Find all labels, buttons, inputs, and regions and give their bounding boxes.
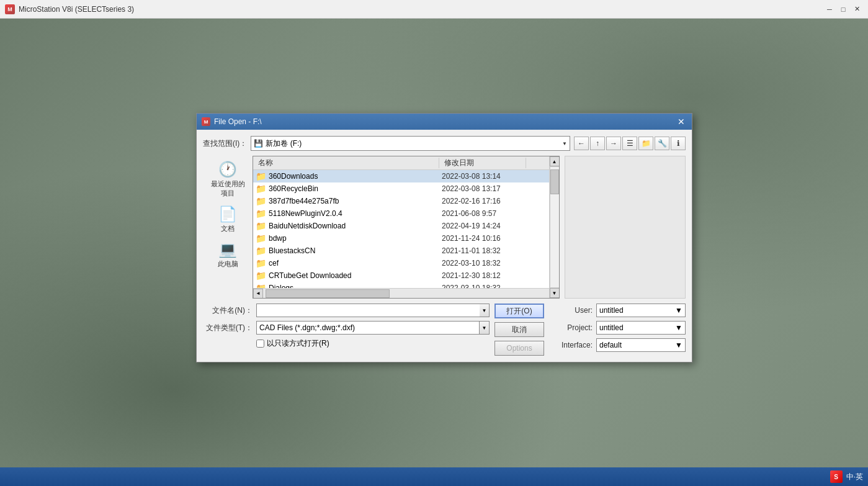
maximize-button[interactable]: □ (837, 3, 849, 16)
readonly-checkbox[interactable] (256, 340, 264, 348)
filename-input[interactable] (256, 304, 480, 317)
window-controls: ─ □ ✕ (823, 3, 863, 16)
table-row[interactable]: 📁 bdwp 2021-11-24 10:16 (253, 232, 559, 245)
new-folder-button[interactable]: 📁 (638, 137, 653, 150)
table-row[interactable]: 📁 BaiduNetdiskDownload 2022-04-19 14:24 (253, 220, 559, 232)
file-list-scroll[interactable]: 📁 360Downloads 2022-03-08 13:14 📁 360Rec… (253, 170, 559, 288)
project-label: Project: (549, 323, 593, 332)
file-date: 2022-03-08 13:14 (439, 172, 526, 181)
file-name: cef (269, 259, 279, 268)
file-name: BluestacksCN (269, 246, 315, 255)
readonly-label: 以只读方式打开(R) (267, 338, 329, 349)
file-name: 5118NewPluginV2.0.4 (269, 209, 342, 218)
location-dropdown[interactable]: 💾 新加卷 (F:) ▼ (251, 136, 570, 151)
nav-documents-label: 文档 (221, 224, 235, 233)
col-name-header: 名称 (253, 158, 439, 168)
filename-dropdown-button[interactable]: ▼ (480, 304, 490, 317)
title-bar: M MicroStation V8i (SELECTseries 3) ─ □ … (0, 0, 868, 19)
nav-documents[interactable]: 📄 文档 (205, 203, 250, 236)
filename-row: 文件名(N)： ▼ (203, 304, 490, 317)
file-name: CRTubeGet Downloaded (269, 271, 351, 280)
file-name: 360RecycleBin (269, 184, 318, 193)
table-row[interactable]: 📁 387d7fbe44e275a7fb 2022-02-16 17:16 (253, 195, 559, 207)
file-name: BaiduNetdiskDownload (269, 222, 346, 230)
dialog-title-bar: M File Open - F:\ ✕ (197, 114, 692, 130)
user-dropdown-arrow-icon: ▼ (675, 306, 682, 315)
table-row[interactable]: 📁 BluestacksCN 2021-11-01 18:32 (253, 245, 559, 257)
project-value: untitled (599, 323, 624, 332)
minimize-button[interactable]: ─ (823, 3, 836, 16)
file-inputs-section: 文件名(N)： ▼ 文件类型(T)： CAD Files (*.dgn;*.dw… (203, 304, 490, 356)
filetype-label: 文件类型(T)： (203, 323, 253, 333)
table-row[interactable]: 📁 cef 2022-03-10 18:32 (253, 257, 559, 269)
table-row[interactable]: 📁 360Downloads 2022-03-08 13:14 (253, 170, 559, 182)
close-button[interactable]: ✕ (851, 3, 863, 16)
dialog-icon: M (202, 117, 210, 126)
forward-button[interactable]: → (606, 137, 621, 150)
horizontal-scrollbar[interactable]: ◄ ► (253, 288, 559, 298)
tray-text: 中·英 (846, 472, 863, 482)
file-list-container: 名称 修改日期 📁 360Downloads 2022-03-08 13:14 … (253, 156, 560, 299)
interface-label: Interface: (549, 341, 593, 349)
file-date: 2021-12-30 18:12 (439, 271, 526, 280)
scroll-track[interactable] (550, 170, 560, 288)
scroll-left-button[interactable]: ◄ (253, 289, 263, 299)
documents-icon: 📄 (218, 205, 237, 223)
dialog-close-button[interactable]: ✕ (676, 116, 687, 127)
system-tray: S 中·英 (830, 470, 863, 483)
filename-input-group: ▼ (256, 304, 490, 317)
cancel-button[interactable]: 取消 (494, 322, 544, 337)
file-name: Dialogs (269, 284, 293, 288)
nav-recent[interactable]: 🕐 最近使用的项目 (205, 158, 250, 200)
filetype-row: 文件类型(T)： CAD Files (*.dgn;*.dwg;*.dxf) ▼ (203, 321, 490, 335)
up-button[interactable]: ↑ (590, 137, 605, 150)
left-nav: 🕐 最近使用的项目 📄 文档 💻 此电脑 (203, 156, 253, 299)
file-date: 2022-03-10 18:32 (439, 284, 526, 288)
folder-icon: 📁 (256, 271, 266, 281)
interface-dropdown[interactable]: default ▼ (596, 338, 686, 352)
bottom-section: 文件名(N)： ▼ 文件类型(T)： CAD Files (*.dgn;*.dw… (203, 304, 686, 356)
table-row[interactable]: 📁 5118NewPluginV2.0.4 2021-06-08 9:57 (253, 207, 559, 220)
table-row[interactable]: 📁 360RecycleBin 2022-03-08 13:17 (253, 182, 559, 195)
file-name: bdwp (269, 234, 287, 243)
location-row: 查找范围(I)： 💾 新加卷 (F:) ▼ ← ↑ → ☰ 📁 🔧 ℹ (203, 136, 686, 151)
filetype-value: CAD Files (*.dgn;*.dwg;*.dxf) (259, 323, 355, 332)
vertical-scrollbar[interactable]: ▲ ▼ (549, 170, 559, 288)
computer-icon: 💻 (218, 241, 237, 258)
app-icon: M (5, 4, 15, 14)
right-properties: User: untitled ▼ Project: untitled ▼ Int… (549, 304, 686, 356)
folder-icon: 📁 (256, 246, 266, 256)
preview-area (565, 156, 686, 299)
nav-recent-label: 最近使用的项目 (208, 179, 248, 198)
table-row[interactable]: 📁 CRTubeGet Downloaded 2021-12-30 18:12 (253, 269, 559, 282)
filetype-select[interactable]: CAD Files (*.dgn;*.dwg;*.dxf) (256, 321, 480, 335)
tools-button[interactable]: 🔧 (655, 137, 669, 150)
toolbar-buttons: ← ↑ → ☰ 📁 🔧 ℹ (574, 137, 686, 150)
user-label: User: (549, 306, 593, 315)
h-scroll-track[interactable] (263, 289, 549, 299)
table-row[interactable]: 📁 Dialogs 2022-03-10 18:32 (253, 282, 559, 288)
file-date: 2022-02-16 17:16 (439, 197, 526, 205)
view-button[interactable]: ☰ (622, 137, 637, 150)
scroll-thumb[interactable] (550, 170, 559, 194)
user-dropdown[interactable]: untitled ▼ (596, 304, 686, 317)
drive-label: 新加卷 (F:) (266, 138, 302, 149)
info-button[interactable]: ℹ (671, 137, 686, 150)
filetype-dropdown-button[interactable]: ▼ (480, 321, 490, 335)
nav-computer[interactable]: 💻 此电脑 (205, 238, 250, 271)
file-open-dialog: M File Open - F:\ ✕ 查找范围(I)： 💾 新加卷 (F:) … (196, 113, 692, 362)
filename-label: 文件名(N)： (203, 305, 253, 316)
dialog-title: File Open - F:\ (214, 117, 262, 126)
open-button[interactable]: 打开(O) (494, 304, 544, 318)
file-date: 2022-04-19 14:24 (439, 222, 526, 230)
folder-icon: 📁 (256, 184, 266, 194)
back-button[interactable]: ← (574, 137, 589, 150)
recent-icon: 🕐 (218, 161, 237, 178)
options-button[interactable]: Options (494, 341, 544, 356)
folder-icon: 📁 (256, 209, 266, 218)
tray-icon[interactable]: S (830, 470, 843, 483)
project-dropdown[interactable]: untitled ▼ (596, 321, 686, 335)
file-date: 2022-03-10 18:32 (439, 259, 526, 268)
h-scroll-thumb[interactable] (266, 289, 390, 298)
project-prop-row: Project: untitled ▼ (549, 321, 686, 335)
